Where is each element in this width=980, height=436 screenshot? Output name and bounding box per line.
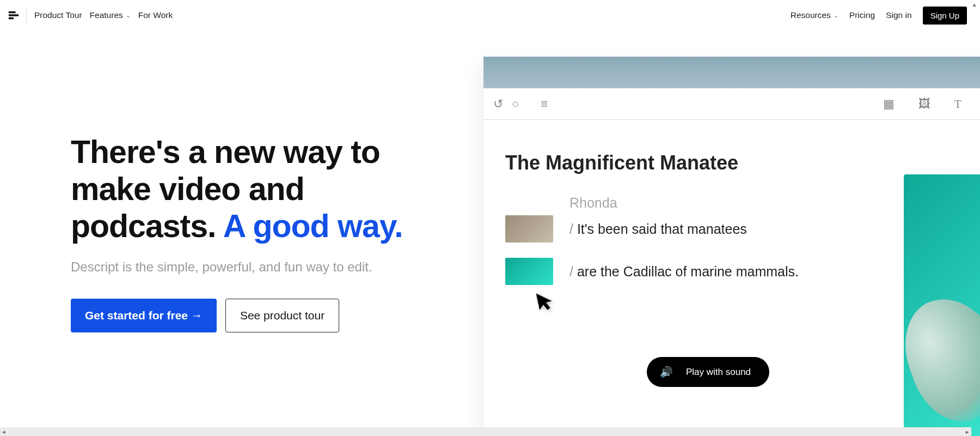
circle-icon[interactable]: ○ <box>512 97 519 111</box>
nav-resources-label: Resources <box>791 10 831 20</box>
play-label: Play with sound <box>686 367 751 378</box>
horizontal-scrollbar[interactable]: ◂ ▸ <box>0 427 971 436</box>
clip-thumbnail[interactable] <box>505 258 553 285</box>
nav-right-group: Resources ⌄ Pricing Sign in Sign Up <box>791 7 972 25</box>
transcript-line: / are the Cadillac of marine mammals. <box>505 258 882 285</box>
chevron-down-icon: ⌄ <box>126 12 131 19</box>
svg-rect-0 <box>9 11 16 14</box>
nav-divider <box>26 7 27 23</box>
preview-video-strip <box>483 57 980 88</box>
svg-rect-1 <box>9 14 19 16</box>
transcript-line: / It's been said that manatees <box>505 215 882 243</box>
preview-side-image <box>904 174 980 436</box>
nav-features-label: Features <box>90 10 123 20</box>
undo-icon[interactable]: ↺ <box>493 97 503 111</box>
transcript-words: It's been said that manatees <box>577 221 747 237</box>
scroll-right-icon[interactable]: ▸ <box>966 428 969 435</box>
speaker-icon: 🔊 <box>660 366 673 378</box>
top-nav: Product Tour Features ⌄ For Work Resourc… <box>0 0 980 31</box>
brand-logo-icon <box>8 9 20 21</box>
headline-accent: A good way. <box>223 208 403 244</box>
hero-section: There's a new way to make video and podc… <box>0 31 980 423</box>
nav-sign-in[interactable]: Sign in <box>886 10 911 20</box>
chevron-down-icon: ⌄ <box>834 12 838 19</box>
hero-copy: There's a new way to make video and podc… <box>0 31 425 423</box>
preview-body: The Magnificent Manatee Rhonda / It's be… <box>483 120 980 436</box>
slash-marker: / <box>569 221 577 237</box>
preview-toolbar: ↺ ○ ≡ ▦ 🖼 T <box>483 88 980 120</box>
slash-marker: / <box>569 264 577 279</box>
transcript-text[interactable]: / It's been said that manatees <box>569 221 747 237</box>
text-icon[interactable]: T <box>954 97 961 111</box>
subheadline: Descript is the simple, powerful, and fu… <box>71 259 403 275</box>
signup-button[interactable]: Sign Up <box>923 7 967 25</box>
nav-resources[interactable]: Resources ⌄ <box>791 10 838 20</box>
scroll-left-icon[interactable]: ◂ <box>2 428 5 435</box>
headline: There's a new way to make video and podc… <box>71 134 403 245</box>
app-preview: ↺ ○ ≡ ▦ 🖼 T The Magnificent Manatee Rhon… <box>483 57 980 436</box>
transcript-words: are the Cadillac of marine mammals. <box>577 264 799 279</box>
cta-row: Get started for free → See product tour <box>71 299 403 332</box>
nav-pricing[interactable]: Pricing <box>849 10 875 20</box>
nav-product-tour[interactable]: Product Tour <box>34 10 82 20</box>
clip-thumbnail[interactable] <box>505 215 553 243</box>
svg-rect-2 <box>9 17 14 20</box>
nav-for-work[interactable]: For Work <box>138 10 173 20</box>
product-tour-button[interactable]: See product tour <box>225 299 339 332</box>
play-with-sound-button[interactable]: 🔊 Play with sound <box>647 357 769 387</box>
scroll-up-icon[interactable]: ▴ <box>970 1 979 9</box>
get-started-button[interactable]: Get started for free → <box>71 299 217 332</box>
preview-document: The Magnificent Manatee Rhonda / It's be… <box>483 120 904 436</box>
menu-icon[interactable]: ≡ <box>541 97 548 111</box>
nav-features[interactable]: Features ⌄ <box>90 10 131 20</box>
grid-icon[interactable]: ▦ <box>883 97 895 111</box>
document-title: The Magnificent Manatee <box>505 152 882 174</box>
image-icon[interactable]: 🖼 <box>918 97 930 111</box>
speaker-name: Rhonda <box>569 195 882 211</box>
transcript-text[interactable]: / are the Cadillac of marine mammals. <box>569 264 799 280</box>
hero-preview-area: ↺ ○ ≡ ▦ 🖼 T The Magnificent Manatee Rhon… <box>425 31 980 423</box>
nav-left-group: Product Tour Features ⌄ For Work <box>34 10 173 20</box>
cursor-arrow-icon <box>534 288 558 318</box>
